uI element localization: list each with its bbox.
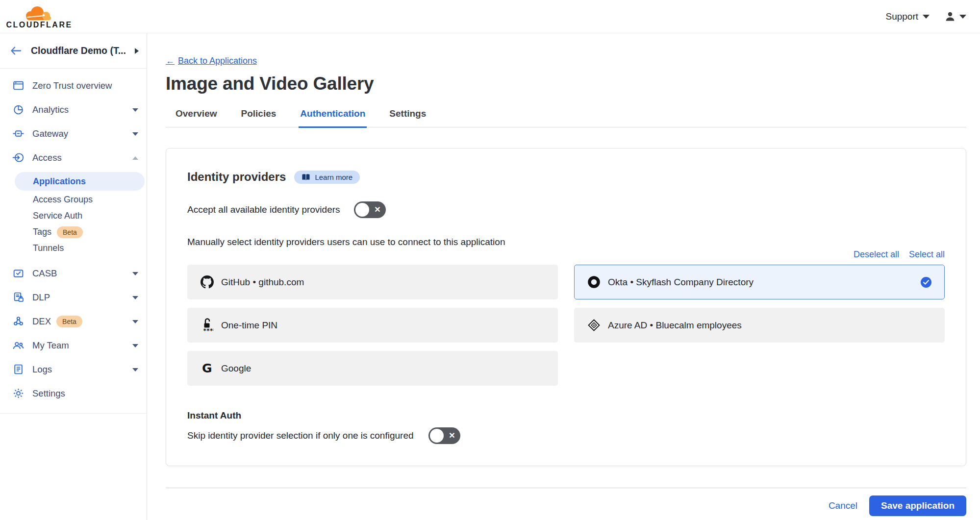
support-menu[interactable]: Support bbox=[885, 11, 930, 22]
footer-actions: Cancel Save application bbox=[166, 495, 966, 516]
provider-label: One-time PIN bbox=[221, 320, 277, 331]
svg-text:G: G bbox=[202, 362, 212, 375]
sidebar-item-label: CASB bbox=[32, 268, 57, 279]
sidebar-item-service-auth[interactable]: Service Auth bbox=[0, 208, 147, 224]
sidebar-account-header[interactable]: Cloudflare Demo (T... bbox=[0, 33, 147, 69]
provider-tile-one-time-pin[interactable]: **** One-time PIN bbox=[187, 308, 558, 343]
sidebar-item-settings[interactable]: Settings bbox=[0, 381, 147, 405]
cancel-button[interactable]: Cancel bbox=[829, 500, 857, 511]
select-all-link[interactable]: Select all bbox=[909, 249, 945, 260]
one-time-pin-icon: **** bbox=[199, 317, 215, 334]
book-icon bbox=[302, 173, 310, 181]
cloudflare-logo: CLOUDFLARE bbox=[7, 4, 72, 29]
tab-overview[interactable]: Overview bbox=[174, 108, 219, 128]
caret-down-icon[interactable] bbox=[132, 296, 138, 299]
sidebar-item-zero-trust-overview[interactable]: Zero Trust overview bbox=[0, 74, 147, 98]
caret-up-icon[interactable] bbox=[132, 156, 138, 160]
sidebar-item-dex[interactable]: DEX Beta bbox=[0, 309, 147, 333]
provider-label: GitHub • github.com bbox=[221, 277, 304, 288]
identity-providers-card: Identity providers Learn more Accept all… bbox=[166, 148, 966, 466]
user-menu[interactable] bbox=[944, 11, 966, 23]
azure-ad-icon bbox=[586, 319, 602, 332]
chevron-down-icon bbox=[959, 15, 966, 19]
sidebar-item-dlp[interactable]: DLP bbox=[0, 285, 147, 309]
back-link-label: Back to Applications bbox=[178, 56, 257, 66]
sidebar-item-label: My Team bbox=[32, 340, 69, 351]
instant-auth-toggle[interactable]: ✕ bbox=[428, 427, 460, 444]
gear-icon bbox=[12, 387, 25, 400]
toggle-knob bbox=[355, 203, 369, 217]
sidebar: Cloudflare Demo (T... Zero Trust overvie… bbox=[0, 33, 147, 520]
box-check-icon bbox=[12, 267, 25, 280]
support-label: Support bbox=[885, 11, 918, 22]
sidebar-item-my-team[interactable]: My Team bbox=[0, 333, 147, 357]
toggle-knob bbox=[430, 429, 444, 443]
tab-bar: Overview Policies Authentication Setting… bbox=[166, 108, 966, 127]
chevron-right-icon[interactable] bbox=[135, 48, 139, 54]
provider-grid: GitHub • github.com Okta • Skyflash Comp… bbox=[187, 265, 945, 386]
accept-all-label: Accept all available identity providers bbox=[187, 204, 340, 215]
instant-auth-label: Skip identity provider selection if only… bbox=[187, 430, 414, 441]
sidebar-item-tags[interactable]: Tags Beta bbox=[0, 224, 147, 240]
logo-wordmark: CLOUDFLARE bbox=[6, 21, 72, 29]
back-arrow-icon: ← bbox=[166, 56, 175, 66]
caret-down-icon[interactable] bbox=[132, 320, 138, 323]
provider-label: Azure AD • Bluecalm employees bbox=[608, 320, 742, 331]
person-icon bbox=[944, 11, 956, 23]
sidebar-item-label: Settings bbox=[32, 388, 65, 399]
github-icon bbox=[199, 275, 215, 289]
caret-down-icon[interactable] bbox=[132, 108, 138, 112]
provider-tile-azure-ad[interactable]: Azure AD • Bluecalm employees bbox=[574, 308, 945, 343]
provider-tile-okta[interactable]: Okta • Skyflash Company Directory bbox=[574, 265, 945, 299]
accept-all-toggle[interactable]: ✕ bbox=[354, 201, 386, 218]
sidebar-item-gateway[interactable]: Gateway bbox=[0, 122, 147, 146]
instant-auth-heading: Instant Auth bbox=[187, 410, 945, 421]
doc-lines-icon bbox=[12, 363, 25, 376]
sidebar-item-analytics[interactable]: Analytics bbox=[0, 98, 147, 122]
learn-more-label: Learn more bbox=[315, 173, 352, 181]
caret-down-icon[interactable] bbox=[132, 272, 138, 275]
sidebar-item-access-groups[interactable]: Access Groups bbox=[0, 192, 147, 208]
provider-tile-github[interactable]: GitHub • github.com bbox=[187, 265, 558, 299]
sidebar-item-label: Zero Trust overview bbox=[32, 80, 112, 91]
tab-authentication[interactable]: Authentication bbox=[299, 108, 367, 128]
footer-divider bbox=[166, 488, 966, 488]
deselect-all-link[interactable]: Deselect all bbox=[854, 249, 899, 260]
top-header: CLOUDFLARE Support bbox=[0, 0, 980, 33]
sidebar-item-access[interactable]: Access bbox=[0, 146, 147, 170]
provider-tile-google[interactable]: G Google bbox=[187, 351, 558, 386]
sidebar-item-label: DEX bbox=[32, 316, 51, 327]
cloudflare-cloud-icon bbox=[19, 4, 60, 22]
tab-policies[interactable]: Policies bbox=[240, 108, 278, 128]
back-to-applications-link[interactable]: ← Back to Applications bbox=[166, 56, 257, 66]
selected-check-icon bbox=[921, 277, 931, 288]
sidebar-item-label: Gateway bbox=[32, 128, 68, 139]
main-content: ← Back to Applications Image and Video G… bbox=[147, 33, 980, 520]
sidebar-item-label: Access bbox=[32, 152, 62, 163]
sidebar-item-label: Analytics bbox=[32, 104, 69, 115]
sidebar-item-label: Logs bbox=[32, 364, 52, 375]
people-icon bbox=[12, 339, 25, 352]
caret-down-icon[interactable] bbox=[132, 344, 138, 347]
sidebar-subitem-label: Tags bbox=[33, 227, 51, 237]
beta-badge: Beta bbox=[56, 316, 82, 327]
sidebar-item-label: DLP bbox=[32, 292, 50, 303]
sidebar-item-casb[interactable]: CASB bbox=[0, 261, 147, 285]
arrow-left-icon[interactable] bbox=[10, 46, 22, 56]
provider-label: Google bbox=[221, 363, 251, 374]
toggle-off-x-icon: ✕ bbox=[374, 206, 380, 214]
sidebar-item-logs[interactable]: Logs bbox=[0, 357, 147, 381]
sidebar-item-applications[interactable]: Applications bbox=[15, 172, 145, 191]
page-title: Image and Video Gallery bbox=[166, 74, 966, 94]
chevron-down-icon bbox=[923, 15, 930, 19]
sidebar-item-tunnels[interactable]: Tunnels bbox=[0, 240, 147, 256]
tab-settings[interactable]: Settings bbox=[388, 108, 427, 128]
google-icon: G bbox=[199, 362, 215, 375]
doc-lock-icon bbox=[12, 291, 25, 304]
gateway-icon bbox=[12, 127, 25, 140]
caret-down-icon[interactable] bbox=[132, 368, 138, 371]
okta-icon bbox=[586, 275, 602, 289]
save-application-button[interactable]: Save application bbox=[869, 495, 966, 516]
caret-down-icon[interactable] bbox=[132, 132, 138, 136]
learn-more-badge[interactable]: Learn more bbox=[294, 171, 360, 184]
